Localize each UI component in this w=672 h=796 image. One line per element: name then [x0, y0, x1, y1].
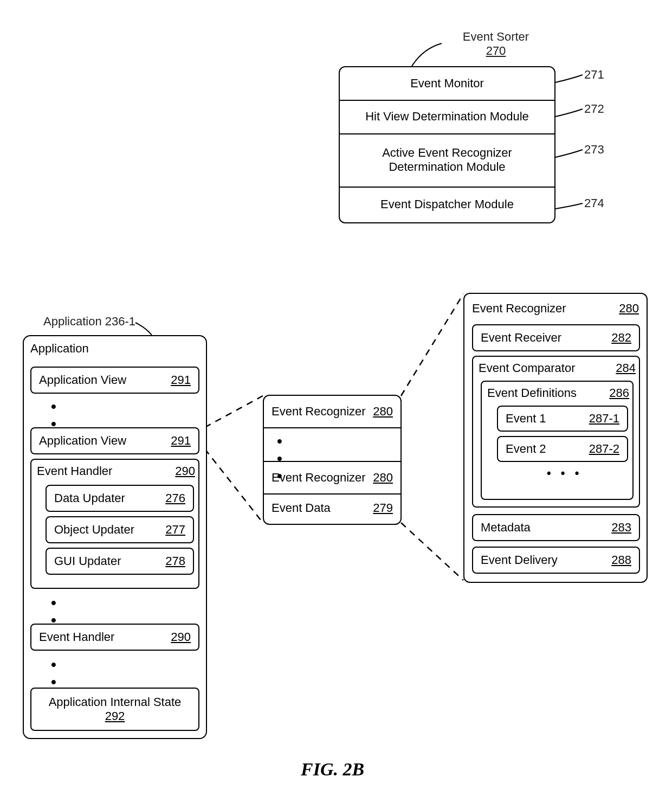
svg-line-0 — [205, 396, 263, 427]
object-updater-box: Object Updater 277 — [46, 516, 194, 543]
event-1-num: 287-1 — [589, 412, 619, 426]
event-receiver-num: 282 — [611, 331, 631, 345]
event-delivery-label: Event Delivery — [481, 553, 558, 567]
event-receiver-label: Event Receiver — [481, 331, 561, 345]
svg-line-3 — [401, 523, 463, 580]
middle-event-data-num: 279 — [373, 501, 393, 515]
application-box: Application Application View 291 ••• App… — [23, 335, 207, 739]
middle-rec-2: Event Recognizer 280 — [264, 461, 400, 495]
metadata-num: 283 — [611, 521, 631, 535]
app-view-1-num: 291 — [171, 373, 191, 387]
middle-rec-2-num: 280 — [373, 471, 393, 485]
event-handler-1-num: 290 — [175, 464, 195, 478]
middle-rec-2-label: Event Recognizer — [272, 471, 366, 485]
event-comparator-label: Event Comparator — [479, 361, 576, 375]
event-definitions-label: Event Definitions — [487, 386, 577, 400]
rec-detail-title-num: 280 — [619, 301, 639, 316]
app-view-2: Application View 291 — [30, 427, 199, 454]
event-handler-2-num: 290 — [171, 630, 191, 644]
event-comparator-box: Event Comparator 284 Event Definitions 2… — [472, 356, 640, 508]
rec-detail-title-label: Event Recognizer — [472, 301, 566, 316]
event-2-box: Event 2 287-2 — [497, 436, 628, 462]
app-internal-state-label: Application Internal State — [49, 695, 182, 709]
object-updater-label: Object Updater — [54, 523, 134, 537]
middle-event-data: Event Data 279 — [264, 492, 400, 524]
middle-rec-1-num: 280 — [373, 405, 393, 419]
application-title-text: Application — [23, 335, 207, 362]
event-handler-1-label: Event Handler — [37, 464, 112, 478]
num-274: 274 — [584, 196, 604, 210]
data-updater-num: 276 — [165, 491, 185, 505]
middle-box: Event Recognizer 280 ••• Event Recognize… — [263, 395, 402, 525]
metadata-box: Metadata 283 — [472, 514, 640, 541]
middle-rec-1-label: Event Recognizer — [272, 405, 366, 419]
application-header-label: Application 236-1 — [43, 314, 135, 329]
middle-rec-1: Event Recognizer 280 — [264, 396, 400, 428]
event-2-num: 287-2 — [589, 442, 619, 456]
event-definitions-box: Event Definitions 286 Event 1 287-1 Even… — [481, 381, 634, 500]
num-272: 272 — [584, 102, 604, 116]
event-definitions-num: 286 — [609, 386, 629, 400]
svg-line-1 — [205, 449, 263, 523]
diagram-canvas: Event Sorter 270 Event Monitor Hit View … — [0, 0, 672, 796]
event-delivery-box: Event Delivery 288 — [472, 547, 640, 574]
application-title-row: Application — [23, 335, 207, 364]
app-internal-state-num: 292 — [105, 709, 125, 723]
recognizer-detail-box: Event Recognizer 280 Event Receiver 282 … — [463, 293, 648, 583]
figure-caption: FIG. 2B — [301, 759, 364, 780]
event-delivery-num: 288 — [611, 553, 631, 567]
app-view-2-label: Application View — [39, 434, 126, 448]
event-receiver-box: Event Receiver 282 — [472, 324, 640, 351]
gui-updater-num: 278 — [165, 554, 185, 568]
event-comparator-num: 284 — [616, 361, 636, 375]
app-view-1: Application View 291 — [30, 367, 199, 394]
num-273: 273 — [584, 143, 604, 157]
middle-event-data-label: Event Data — [272, 501, 331, 515]
dots-events: • • • — [547, 466, 582, 480]
data-updater-label: Data Updater — [54, 491, 125, 505]
event-handler-1-box: Event Handler 290 Data Updater 276 Objec… — [30, 459, 199, 589]
app-view-2-num: 291 — [171, 434, 191, 448]
metadata-label: Metadata — [481, 521, 531, 535]
app-view-1-label: Application View — [39, 373, 126, 387]
event-1-label: Event 1 — [506, 412, 546, 426]
event-handler-2-label: Event Handler — [39, 630, 114, 644]
rec-detail-title-row: Event Recognizer 280 — [464, 294, 647, 323]
event-handler-2-box: Event Handler 290 — [30, 624, 199, 651]
object-updater-num: 277 — [165, 523, 185, 537]
gui-updater-box: GUI Updater 278 — [46, 548, 194, 575]
num-271: 271 — [584, 68, 604, 82]
event-1-box: Event 1 287-1 — [497, 406, 628, 432]
data-updater-box: Data Updater 276 — [46, 485, 194, 512]
app-internal-state-box: Application Internal State 292 — [30, 688, 199, 731]
event-2-label: Event 2 — [506, 442, 546, 456]
svg-line-2 — [401, 294, 463, 396]
gui-updater-label: GUI Updater — [54, 554, 121, 568]
